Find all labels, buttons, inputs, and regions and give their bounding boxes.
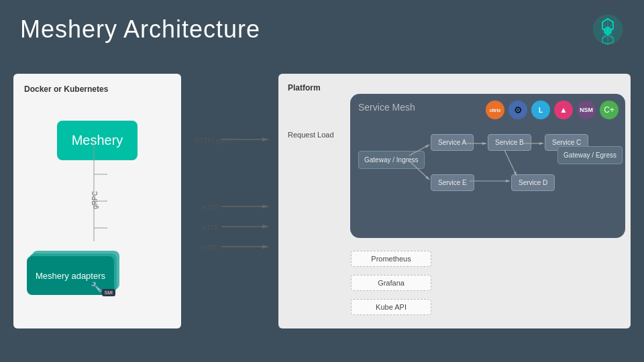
service-mesh-area: Service Mesh citrix ⚙ L ▲ NSM C+ Gateway… xyxy=(350,94,625,238)
citrix-icon: citrix xyxy=(486,101,504,119)
service-b-box: Service B xyxy=(488,134,531,151)
service-d-box: Service D xyxy=(511,174,555,191)
linkerd-icon: L xyxy=(531,101,550,119)
service-e-box: Service E xyxy=(431,174,474,191)
gateway-egress-box: Gateway / Egress xyxy=(557,146,623,164)
nsm-icon: NSM xyxy=(577,101,596,119)
bottom-services: Prometheus Grafana Kube API xyxy=(351,251,431,315)
header: Meshery Architecture xyxy=(20,13,624,46)
grafana-box: Grafana xyxy=(351,275,431,291)
gateway-ingress-box: Gateway / Ingress xyxy=(358,151,425,169)
internal-connector-lines xyxy=(80,134,121,255)
page-title: Meshery Architecture xyxy=(20,15,260,44)
consul-icon: ▲ xyxy=(554,101,573,119)
other-icon: C+ xyxy=(600,101,619,119)
prometheus-box: Prometheus xyxy=(351,251,431,267)
docker-kubernetes-panel: Docker or Kubernetes Meshery gRPC Mesher… xyxy=(13,74,181,328)
kube-api-box: Kube API xyxy=(351,299,431,315)
meshery-logo-icon xyxy=(592,13,624,46)
adapters-box: Meshery adapters SMI 🔧 xyxy=(27,256,114,295)
docker-kubernetes-title: Docker or Kubernetes xyxy=(24,84,170,94)
connector-area: HTTP/ gRPC HTTP HTTP HTTP xyxy=(174,74,282,328)
mesh-icons-row: citrix ⚙ L ▲ NSM C+ xyxy=(486,101,619,119)
connector-arrows xyxy=(174,74,282,328)
platform-panel: Platform Request Load xyxy=(278,74,631,328)
adapters-container: Meshery adapters SMI 🔧 xyxy=(27,256,114,295)
istio-icon: ⚙ xyxy=(508,101,527,119)
service-a-box: Service A xyxy=(431,134,474,151)
wrench-icon: 🔧 xyxy=(91,282,102,292)
svg-line-31 xyxy=(504,150,517,176)
smi-badge: SMI xyxy=(102,289,115,296)
